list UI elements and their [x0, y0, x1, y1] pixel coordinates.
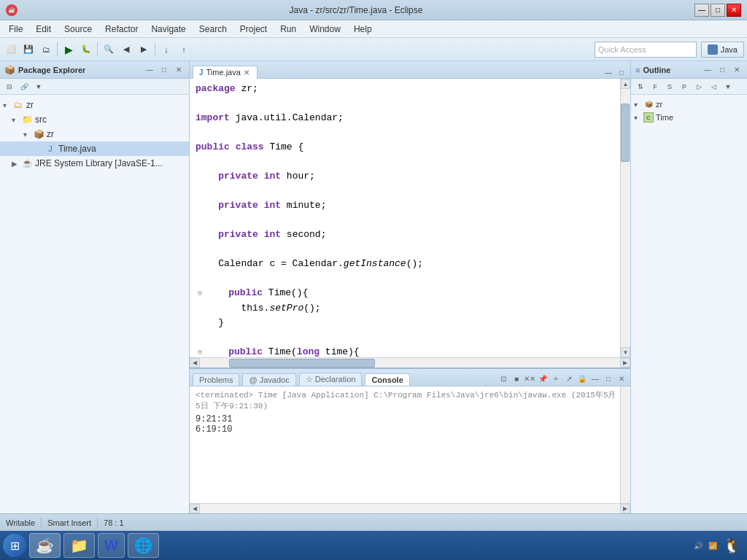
- console-minimize-button[interactable]: —: [589, 373, 601, 384]
- new-console-button[interactable]: +: [550, 373, 562, 384]
- remove-terminated-button[interactable]: ✕✕: [524, 373, 535, 384]
- taskbar-app-browser[interactable]: 🌐: [128, 533, 159, 558]
- perspective-button[interactable]: Java: [701, 42, 744, 58]
- code-editor[interactable]: package zr; import java.util.Calendar; p…: [190, 79, 630, 357]
- console-vertical-scrollbar[interactable]: [620, 386, 630, 503]
- package-explorer-minimize[interactable]: —: [144, 64, 155, 76]
- clear-console-button[interactable]: ⊡: [498, 373, 509, 384]
- scroll-down-button[interactable]: ▼: [621, 347, 630, 357]
- collapse-btn-19[interactable]: ⊖: [196, 346, 204, 357]
- package-explorer-close[interactable]: ✕: [173, 64, 185, 76]
- tab-console[interactable]: Console: [365, 373, 409, 386]
- console-hscroll-left[interactable]: ◀: [190, 504, 200, 513]
- quick-access-placeholder: Quick Access: [598, 45, 646, 54]
- open-in-console-button[interactable]: ↗: [563, 373, 575, 384]
- hscroll-track[interactable]: [200, 358, 620, 368]
- tab-close-button[interactable]: ✕: [244, 69, 249, 77]
- tree-item-jre[interactable]: ▶ ☕ JRE System Library [JavaSE-1...: [0, 156, 189, 171]
- view-menu-button[interactable]: ▼: [32, 80, 45, 93]
- prev-annotation-button[interactable]: ↑: [176, 42, 192, 58]
- tab-declaration[interactable]: ☆ Declaration: [299, 373, 363, 386]
- outline-item-time[interactable]: ▾ C Time: [631, 111, 747, 124]
- link-editor-button[interactable]: 🔗: [18, 80, 31, 93]
- tab-javadoc[interactable]: @ Javadoc: [242, 373, 295, 386]
- code-content[interactable]: package zr; import java.util.Calendar; p…: [190, 79, 620, 357]
- scroll-thumb[interactable]: [621, 104, 630, 162]
- editor-tab-timejava[interactable]: J Time.java ✕: [193, 66, 258, 79]
- hide-fields-button[interactable]: F: [649, 80, 662, 93]
- minimize-button[interactable]: —: [694, 4, 709, 17]
- outline-maximize[interactable]: □: [716, 64, 728, 76]
- menu-navigate[interactable]: Navigate: [145, 23, 191, 36]
- pin-console-button[interactable]: 📌: [537, 373, 549, 384]
- terminate-button[interactable]: ■: [511, 373, 522, 384]
- back-button[interactable]: ◀: [118, 42, 134, 58]
- menu-refactor[interactable]: Refactor: [99, 23, 144, 36]
- console-close-button[interactable]: ✕: [616, 373, 627, 384]
- sort-members-button[interactable]: ⇅: [634, 80, 647, 93]
- menu-file[interactable]: File: [3, 23, 28, 36]
- hscroll-thumb[interactable]: [229, 359, 375, 368]
- next-annotation-button[interactable]: ↓: [158, 42, 174, 58]
- outline-view-menu[interactable]: ▼: [721, 80, 735, 93]
- console-maximize-button[interactable]: □: [603, 373, 614, 384]
- menu-source[interactable]: Source: [58, 23, 98, 36]
- editor-horizontal-scrollbar[interactable]: ◀ ▶: [190, 357, 630, 368]
- expand-all-outline[interactable]: ▷: [692, 80, 705, 93]
- save-button[interactable]: 💾: [20, 42, 36, 58]
- taskbar-app-eclipse[interactable]: ☕: [29, 533, 61, 558]
- hide-static-button[interactable]: S: [663, 80, 676, 93]
- package-explorer-maximize[interactable]: □: [158, 64, 170, 76]
- debug-button[interactable]: 🐛: [78, 42, 94, 58]
- tree-item-timejava[interactable]: J Time.java: [0, 141, 189, 156]
- scroll-track[interactable]: [621, 89, 630, 347]
- forward-button[interactable]: ▶: [136, 42, 152, 58]
- expand-arrow-zr[interactable]: ▾: [3, 101, 10, 109]
- scroll-lock-button[interactable]: 🔒: [576, 373, 588, 384]
- tree-item-src[interactable]: ▾ 📁 src: [0, 112, 189, 127]
- hide-non-public-button[interactable]: P: [678, 80, 691, 93]
- taskbar-app-word[interactable]: W: [98, 533, 125, 558]
- new-button[interactable]: ⬜: [3, 42, 19, 58]
- save-all-button[interactable]: 🗂: [38, 42, 54, 58]
- hscroll-left-button[interactable]: ◀: [190, 358, 200, 368]
- menu-help[interactable]: Help: [348, 23, 378, 36]
- menu-project[interactable]: Project: [234, 23, 273, 36]
- console-content[interactable]: <terminated> Time [Java Application] C:\…: [190, 386, 630, 503]
- outline-expand-time[interactable]: ▾: [634, 114, 641, 122]
- editor-vertical-scrollbar[interactable]: ▲ ▼: [620, 79, 630, 357]
- maximize-editor-button[interactable]: □: [616, 66, 627, 78]
- tree-item-zr-project[interactable]: ▾ 🗂 zr: [0, 98, 189, 112]
- collapse-all-button[interactable]: ⊟: [3, 80, 16, 93]
- outline-item-zr[interactable]: ▾ 📦 zr: [631, 98, 747, 111]
- maximize-button[interactable]: □: [711, 4, 725, 17]
- collapse-btn-15[interactable]: ⊖: [196, 287, 204, 301]
- console-hscroll-track[interactable]: [200, 504, 620, 513]
- menu-search[interactable]: Search: [193, 23, 233, 36]
- taskbar-app-explorer[interactable]: 📁: [63, 533, 95, 558]
- collapse-all-outline[interactable]: ◁: [707, 80, 720, 93]
- run-button[interactable]: ▶: [61, 42, 77, 58]
- hscroll-right-button[interactable]: ▶: [620, 358, 630, 368]
- expand-arrow-jre[interactable]: ▶: [12, 160, 19, 168]
- taskbar-start-button[interactable]: ⊞: [3, 534, 26, 557]
- menu-window[interactable]: Window: [303, 23, 347, 36]
- outline-minimize[interactable]: —: [702, 64, 713, 76]
- menu-edit[interactable]: Edit: [30, 23, 57, 36]
- search-button[interactable]: 🔍: [101, 42, 117, 58]
- pkg-label: zr: [47, 129, 54, 139]
- expand-arrow-pkg[interactable]: ▾: [23, 131, 31, 139]
- outline-close[interactable]: ✕: [731, 64, 743, 76]
- expand-arrow-src[interactable]: ▾: [12, 116, 19, 124]
- outline-expand-zr[interactable]: ▾: [634, 101, 641, 109]
- console-hscroll-right[interactable]: ▶: [620, 504, 630, 513]
- tree-item-zr-package[interactable]: ▾ 📦 zr: [0, 127, 189, 141]
- menu-run[interactable]: Run: [274, 23, 302, 36]
- console-horizontal-scrollbar[interactable]: ◀ ▶: [190, 503, 630, 513]
- minimize-editor-button[interactable]: —: [603, 66, 614, 78]
- close-button[interactable]: ✕: [727, 4, 741, 17]
- quick-access-input[interactable]: Quick Access: [595, 42, 697, 58]
- code-line-3: import java.util.Calendar;: [196, 111, 610, 125]
- tab-problems[interactable]: Problems: [193, 373, 239, 386]
- scroll-up-button[interactable]: ▲: [621, 79, 630, 89]
